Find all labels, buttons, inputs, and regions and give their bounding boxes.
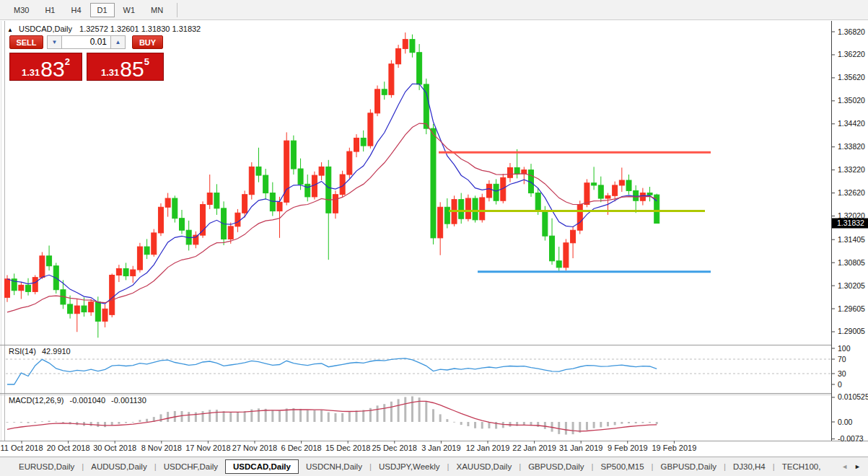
rsi-value: 42.9910 bbox=[42, 347, 71, 356]
sell-button[interactable]: SELL bbox=[9, 35, 43, 49]
candle-body bbox=[235, 213, 240, 226]
candle-body bbox=[326, 167, 331, 213]
sell-price-prefix: 1.31 bbox=[22, 67, 40, 79]
timeframe-button-h4[interactable]: H4 bbox=[63, 3, 88, 17]
toolbar-divider bbox=[177, 3, 177, 17]
macd-histogram-bar bbox=[299, 409, 302, 422]
macd-histogram-bar bbox=[439, 414, 442, 422]
candle-body bbox=[298, 169, 303, 184]
candle-body bbox=[465, 198, 470, 219]
candle-body bbox=[494, 184, 499, 200]
sell-price-pip: 2 bbox=[65, 56, 70, 67]
candle-body bbox=[74, 306, 79, 314]
macd-histogram-bar bbox=[537, 422, 539, 427]
buy-button[interactable]: BUY bbox=[132, 35, 163, 49]
tab-usdjpy-weekly[interactable]: USDJPY,Weekly bbox=[372, 459, 447, 474]
macd-axis-label: -0.0073 bbox=[838, 434, 864, 443]
chart-window: 1.368201.362201.356201.350201.344201.338… bbox=[0, 21, 868, 457]
collapse-panel-icon[interactable]: ▲ bbox=[7, 27, 13, 33]
tab-gbpusd-daily[interactable]: GBPUSD,Daily bbox=[654, 459, 724, 474]
macd-histogram-bar bbox=[334, 413, 336, 422]
price-axis-label: 1.34420 bbox=[838, 119, 865, 128]
tab-usdcnh-daily[interactable]: USDCNH,Daily bbox=[299, 459, 369, 474]
tabs-scroll-left-icon[interactable]: ◄ bbox=[841, 463, 848, 470]
time-axis-label: 30 Oct 2018 bbox=[93, 444, 136, 452]
macd-histogram-bar bbox=[307, 410, 309, 422]
timeframe-button-mn[interactable]: MN bbox=[144, 3, 170, 17]
candle-body bbox=[172, 198, 177, 219]
macd-signal-value: -0.001130 bbox=[111, 396, 146, 405]
candle-body bbox=[480, 198, 485, 220]
candle-body bbox=[102, 309, 108, 321]
volume-input[interactable]: 0.01 bbox=[62, 35, 110, 49]
candle-body bbox=[305, 184, 310, 197]
chart-title: ▲ USDCAD,Daily 1.32572 1.32601 1.31830 1… bbox=[7, 25, 201, 33]
candle-body bbox=[550, 236, 555, 261]
macd-pane-label: MACD(12,26,9) -0.001040 -0.001130 bbox=[9, 396, 146, 405]
macd-histogram-bar bbox=[453, 422, 455, 423]
time-axis-label: 3 Jan 2019 bbox=[421, 444, 460, 452]
time-axis-label: 19 Feb 2019 bbox=[652, 444, 697, 452]
candle-body bbox=[598, 185, 603, 198]
candle-body bbox=[180, 219, 185, 231]
candle-body bbox=[368, 113, 373, 146]
candle-body bbox=[137, 247, 142, 270]
macd-histogram-bar bbox=[607, 422, 609, 426]
volume-decrease-icon[interactable]: ▼ bbox=[47, 35, 62, 49]
macd-histogram-bar bbox=[600, 422, 602, 427]
candle-body bbox=[389, 64, 394, 95]
buy-price-prefix: 1.31 bbox=[101, 67, 119, 79]
buy-price-box[interactable]: 1.31 85 5 bbox=[87, 53, 164, 81]
timeframe-button-m30[interactable]: M30 bbox=[6, 3, 36, 17]
tab-dj30-h4[interactable]: DJ30,H4 bbox=[726, 459, 773, 474]
macd-histogram-bar bbox=[118, 422, 120, 424]
candle-body bbox=[123, 268, 128, 276]
candle-body bbox=[634, 190, 639, 200]
macd-histogram-bar bbox=[635, 422, 637, 423]
tab-usdcad-daily[interactable]: USDCAD,Daily bbox=[225, 459, 299, 474]
sell-price-box[interactable]: 1.31 83 2 bbox=[9, 53, 82, 81]
macd-histogram-bar bbox=[488, 422, 490, 428]
candle-body bbox=[613, 185, 618, 195]
macd-histogram-bar bbox=[209, 410, 211, 422]
candle-body bbox=[438, 207, 443, 238]
macd-histogram-bar bbox=[6, 422, 9, 423]
macd-histogram-bar bbox=[348, 412, 351, 422]
macd-histogram-bar bbox=[474, 422, 476, 428]
price-axis-label: 1.29005 bbox=[838, 327, 865, 335]
candle-body bbox=[95, 302, 100, 322]
candle-body bbox=[26, 285, 31, 291]
candle-body bbox=[32, 278, 38, 292]
tabs-scroll-right-icon[interactable]: ► bbox=[854, 463, 861, 470]
macd-histogram-bar bbox=[167, 412, 169, 422]
volume-increase-icon[interactable]: ▲ bbox=[110, 35, 126, 49]
tab-usdchf-daily[interactable]: USDCHF,Daily bbox=[157, 459, 225, 474]
tab-gbpusd-daily[interactable]: GBPUSD,Daily bbox=[521, 459, 591, 474]
time-axis-label: 17 Nov 2018 bbox=[185, 444, 230, 452]
candle-body bbox=[647, 193, 652, 195]
price-axis-label: 1.36820 bbox=[838, 27, 865, 36]
rsi-line bbox=[7, 358, 657, 384]
tab-eurusd-daily[interactable]: EURUSD,Daily bbox=[12, 459, 82, 474]
tab-xauusd-daily[interactable]: XAUUSD,Daily bbox=[449, 459, 519, 474]
chart-canvas[interactable]: 1.368201.362201.356201.350201.344201.338… bbox=[0, 21, 868, 457]
timeframe-button-h1[interactable]: H1 bbox=[38, 3, 62, 17]
tab-audusd-daily[interactable]: AUDUSD,Daily bbox=[84, 459, 154, 474]
candle-body bbox=[242, 195, 247, 213]
timeframe-button-w1[interactable]: W1 bbox=[116, 3, 143, 17]
price-axis-label: 1.33820 bbox=[838, 142, 865, 151]
tab-tech100[interactable]: TECH100, bbox=[775, 459, 828, 474]
macd-histogram-bar bbox=[411, 396, 413, 422]
macd-histogram-bar bbox=[313, 410, 315, 422]
candle-body bbox=[444, 207, 450, 224]
tab-sp500-m15[interactable]: SP500,M15 bbox=[594, 459, 652, 474]
candle-body bbox=[249, 167, 254, 194]
time-axis-label: 8 Nov 2018 bbox=[141, 444, 182, 452]
rsi-indicator-name: RSI(14) bbox=[9, 347, 36, 356]
timeframe-button-d1[interactable]: D1 bbox=[90, 3, 115, 17]
macd-histogram-bar bbox=[97, 422, 99, 427]
macd-histogram-bar bbox=[614, 422, 616, 425]
candle-body bbox=[375, 89, 380, 113]
time-axis-label: 9 Feb 2019 bbox=[608, 444, 648, 452]
macd-histogram-bar bbox=[593, 422, 595, 428]
